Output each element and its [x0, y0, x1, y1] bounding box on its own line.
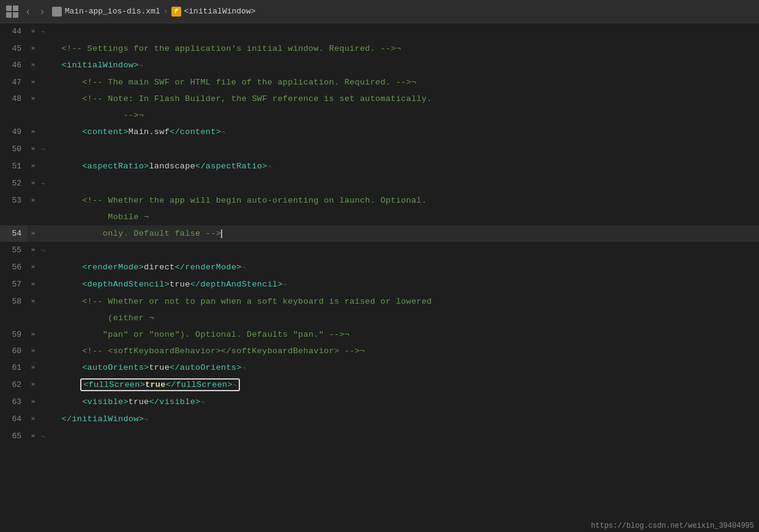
fold-arrow[interactable]: »	[28, 276, 39, 293]
line-row: 62» <fullScreen>true</fullScreen>¬	[0, 377, 759, 394]
line-row: -->¬	[0, 107, 759, 124]
pilcrow: ¬	[41, 28, 45, 36]
code-lines: 44»¬45» <!-- Settings for the applicatio…	[0, 23, 759, 445]
line-content: Mobile ¬	[39, 209, 759, 225]
line-row: 48» <!-- Note: In Flash Builder, the SWF…	[0, 91, 759, 107]
line-row: 54» only. Default false -->	[0, 225, 759, 242]
line-row: Mobile ¬	[0, 209, 759, 225]
url-bar: https://blog.csdn.net/weixin_39404995	[586, 520, 759, 532]
line-content: ¬	[39, 175, 759, 192]
line-number: 52	[0, 175, 28, 192]
line-row: 63» <visible>true</visible>¬	[0, 394, 759, 411]
line-number: 65	[0, 428, 28, 444]
file-icon	[52, 7, 62, 17]
line-number: 50	[0, 141, 28, 157]
line-row: (either ¬	[0, 310, 759, 326]
pilcrow: ¬	[41, 180, 45, 187]
line-number: 58	[0, 293, 28, 310]
line-number: 49	[0, 124, 28, 140]
line-row: 51» <aspectRatio>landscape</aspectRatio>…	[0, 158, 759, 175]
line-content: <depthAndStencil>true</depthAndStencil>¬	[39, 276, 759, 293]
fold-arrow[interactable]: »	[28, 57, 39, 73]
fold-arrow[interactable]: »	[28, 124, 39, 140]
line-number: 56	[0, 259, 28, 275]
line-content: ¬	[39, 23, 759, 40]
forward-button[interactable]: ›	[37, 5, 47, 18]
line-row: 61» <autoOrients>true</autoOrients>¬	[0, 359, 759, 377]
line-row: 53» <!-- Whether the app will begin auto…	[0, 192, 759, 209]
breadcrumb-filename[interactable]: Main-app_ios-dis.xml	[65, 7, 160, 16]
fold-arrow[interactable]: »	[28, 23, 39, 40]
fold-arrow[interactable]: »	[28, 242, 39, 258]
line-row: 49» <content>Main.swf</content>¬	[0, 124, 759, 141]
fold-arrow[interactable]: »	[28, 141, 39, 157]
line-number: 46	[0, 57, 28, 73]
fold-arrow[interactable]: »	[28, 394, 39, 410]
toolbar: ‹ › Main-app_ios-dis.xml › f <initialWin…	[0, 0, 759, 23]
line-number: 61	[0, 359, 28, 376]
line-content: <!-- <softKeyboardBehavior></softKeyboar…	[39, 343, 759, 359]
line-row: 50»¬	[0, 141, 759, 158]
fold-arrow[interactable]: »	[28, 175, 39, 192]
line-content: </initialWindow>¬	[39, 411, 759, 428]
function-icon: f	[171, 7, 181, 17]
line-row: 58» <!-- Whether or not to pan when a so…	[0, 293, 759, 310]
line-row: 56» <renderMode>direct</renderMode>¬	[0, 259, 759, 276]
line-row: 64» </initialWindow>¬	[0, 411, 759, 428]
fold-arrow[interactable]: »	[28, 225, 39, 242]
line-row: 52»¬	[0, 175, 759, 192]
line-content: <!-- Settings for the application's init…	[39, 40, 759, 57]
fold-arrow[interactable]: »	[28, 74, 39, 91]
line-content: <renderMode>direct</renderMode>¬	[39, 259, 759, 276]
fold-arrow[interactable]: »	[28, 192, 39, 209]
fold-arrow[interactable]: »	[28, 343, 39, 359]
breadcrumb: Main-app_ios-dis.xml › f <initialWindow>	[52, 7, 256, 17]
fold-arrow[interactable]: »	[28, 158, 39, 174]
line-row: 60» <!-- <softKeyboardBehavior></softKey…	[0, 343, 759, 359]
line-content: <initialWindow>¬	[39, 57, 759, 74]
fold-arrow[interactable]: »	[28, 259, 39, 275]
line-row: 45» <!-- Settings for the application's …	[0, 40, 759, 57]
line-content: ¬	[39, 141, 759, 158]
fold-arrow[interactable]: »	[28, 411, 39, 427]
line-number: 63	[0, 394, 28, 410]
line-content: <aspectRatio>landscape</aspectRatio>¬	[39, 158, 759, 175]
line-number: 48	[0, 91, 28, 107]
line-content: <content>Main.swf</content>¬	[39, 124, 759, 141]
text-cursor	[221, 230, 222, 238]
line-row: 44»¬	[0, 23, 759, 40]
line-row: 65»¬	[0, 428, 759, 445]
fold-arrow[interactable]: »	[28, 91, 39, 107]
fold-arrow[interactable]: »	[28, 293, 39, 310]
pilcrow: ¬	[41, 433, 45, 440]
line-number: 44	[0, 23, 28, 40]
line-number: 60	[0, 343, 28, 359]
line-row: 47» <!-- The main SWF or HTML file of th…	[0, 74, 759, 91]
breadcrumb-context[interactable]: <initialWindow>	[184, 7, 256, 16]
line-content: ¬	[39, 428, 759, 445]
line-content: only. Default false -->	[39, 225, 759, 242]
breadcrumb-separator: ›	[163, 7, 168, 16]
line-row: 46» <initialWindow>¬	[0, 57, 759, 74]
fold-arrow[interactable]: »	[28, 40, 39, 57]
back-button[interactable]: ‹	[23, 5, 32, 18]
line-content: <!-- Whether the app will begin auto-ori…	[39, 192, 759, 209]
line-content: ¬	[39, 242, 759, 259]
line-row: 55»¬	[0, 242, 759, 259]
line-number: 53	[0, 192, 28, 209]
line-row: 57» <depthAndStencil>true</depthAndStenc…	[0, 276, 759, 293]
fold-arrow[interactable]: »	[28, 359, 39, 376]
line-content: "pan" or "none"). Optional. Defaults "pa…	[39, 326, 759, 343]
line-content: (either ¬	[39, 310, 759, 326]
line-number: 45	[0, 40, 28, 57]
line-content: <fullScreen>true</fullScreen>¬	[39, 377, 759, 394]
pilcrow: ¬	[41, 247, 45, 254]
highlighted-tag: <fullScreen>true</fullScreen>¬	[80, 378, 240, 391]
fold-arrow[interactable]: »	[28, 377, 39, 393]
line-content: <!-- The main SWF or HTML file of the ap…	[39, 74, 759, 91]
pilcrow: ¬	[41, 146, 45, 153]
grid-icon	[6, 6, 18, 18]
line-number: 57	[0, 276, 28, 293]
fold-arrow[interactable]: »	[28, 428, 39, 444]
fold-arrow[interactable]: »	[28, 326, 39, 343]
